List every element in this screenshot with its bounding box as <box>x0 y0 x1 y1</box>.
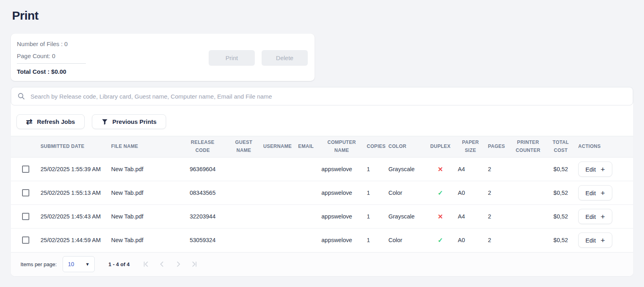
plus-icon: + <box>601 213 605 220</box>
jobs-panel: ⇄ Refresh Jobs Previous Prints <box>11 87 633 276</box>
print-jobs-table: SUBMITTED DATE FILE NAME RELEASE CODE GU… <box>11 136 633 252</box>
cell-copies: 1 <box>364 228 386 252</box>
table-row: 25/02/2025 1:55:39 AM New Tab.pdf 963696… <box>11 158 633 181</box>
cell-pages: 2 <box>486 181 510 205</box>
page-title: Print <box>12 9 633 22</box>
cell-paper-size: A0 <box>455 181 486 205</box>
row-checkbox[interactable] <box>22 213 29 220</box>
swap-arrows-icon: ⇄ <box>26 118 33 125</box>
header-duplex: DUPLEX <box>425 136 455 158</box>
cell-copies: 1 <box>364 205 386 228</box>
page-size-select[interactable]: 10 ▼ <box>63 256 95 272</box>
cell-release-code: 32203944 <box>179 205 227 228</box>
cell-copies: 1 <box>364 181 386 205</box>
plus-icon: + <box>601 236 605 244</box>
cell-username <box>261 181 293 205</box>
cell-release-code: 53059324 <box>179 228 227 252</box>
edit-label: Edit <box>585 237 596 244</box>
row-checkbox[interactable] <box>22 166 29 173</box>
plus-icon: + <box>601 189 605 197</box>
cell-guest-name <box>227 205 261 228</box>
row-checkbox[interactable] <box>22 189 29 196</box>
cell-color: Grayscale <box>386 205 425 228</box>
cell-username <box>261 228 293 252</box>
header-color: COLOR <box>386 136 425 158</box>
print-button[interactable]: Print <box>209 50 255 66</box>
cell-computer-name: appswelove <box>319 205 364 228</box>
number-of-files-label: Number of Files : 0 <box>17 40 315 47</box>
table-header-row: SUBMITTED DATE FILE NAME RELEASE CODE GU… <box>11 136 633 158</box>
header-actions: ACTIONS <box>576 136 633 158</box>
next-page-button[interactable] <box>173 259 183 269</box>
table-header: SUBMITTED DATE FILE NAME RELEASE CODE GU… <box>11 136 633 158</box>
cell-submitted-date: 25/02/2025 1:45:43 AM <box>38 205 109 228</box>
edit-button[interactable]: Edit + <box>578 209 612 224</box>
header-paper-size: PAPER SIZE <box>455 136 486 158</box>
cell-computer-name: appswelove <box>319 228 364 252</box>
chevron-left-icon <box>158 260 167 269</box>
cell-color: Color <box>386 181 425 205</box>
cell-pages: 2 <box>486 205 510 228</box>
cell-guest-name <box>227 158 261 181</box>
page-range-label: 1 - 4 of 4 <box>108 261 130 267</box>
table-row: 25/02/2025 1:44:59 AM New Tab.pdf 530593… <box>11 228 633 252</box>
cell-file-name: New Tab.pdf <box>109 181 179 205</box>
delete-button[interactable]: Delete <box>262 50 308 66</box>
edit-label: Edit <box>585 190 596 196</box>
total-cost-label: Total Cost : $0.00 <box>17 68 315 75</box>
cell-file-name: New Tab.pdf <box>109 228 179 252</box>
plus-icon: + <box>601 166 605 173</box>
page-size-value: 10 <box>68 261 74 267</box>
header-submitted-date: SUBMITTED DATE <box>38 136 109 158</box>
previous-page-button[interactable] <box>157 259 167 269</box>
toolbar: ⇄ Refresh Jobs Previous Prints <box>11 105 633 136</box>
duplex-cross-icon: ✕ <box>438 213 443 220</box>
cell-color: Color <box>386 228 425 252</box>
cell-total-cost: $0,52 <box>546 158 576 181</box>
cell-pages: 2 <box>486 228 510 252</box>
search-bar <box>11 87 633 105</box>
previous-prints-button[interactable]: Previous Prints <box>92 114 166 129</box>
search-input[interactable] <box>30 93 626 100</box>
cell-email <box>293 205 319 228</box>
chevron-right-icon <box>174 260 183 269</box>
cell-printer-counter <box>510 181 546 205</box>
cell-release-code: 96369604 <box>179 158 227 181</box>
edit-button[interactable]: Edit + <box>578 232 612 248</box>
cell-release-code: 08343565 <box>179 181 227 205</box>
cell-email <box>293 158 319 181</box>
cell-submitted-date: 25/02/2025 1:55:39 AM <box>38 158 109 181</box>
print-summary-card: Number of Files : 0 Page Count: 0 Total … <box>11 34 315 81</box>
page-count-label: Page Count: 0 <box>17 53 86 64</box>
cell-computer-name: appswelove <box>319 181 364 205</box>
edit-label: Edit <box>585 166 596 173</box>
print-page: Print Number of Files : 0 Page Count: 0 … <box>0 0 644 276</box>
header-pages: PAGES <box>486 136 510 158</box>
header-file-name: FILE NAME <box>109 136 179 158</box>
chevron-down-icon: ▼ <box>85 262 89 267</box>
cell-printer-counter <box>510 205 546 228</box>
cell-submitted-date: 25/02/2025 1:44:59 AM <box>38 228 109 252</box>
row-checkbox[interactable] <box>22 236 29 244</box>
header-copies: COPIES <box>364 136 386 158</box>
cell-submitted-date: 25/02/2025 1:55:13 AM <box>38 181 109 205</box>
edit-button[interactable]: Edit + <box>578 162 612 177</box>
refresh-jobs-button[interactable]: ⇄ Refresh Jobs <box>16 114 85 129</box>
cell-username <box>261 158 293 181</box>
cell-total-cost: $0,52 <box>546 205 576 228</box>
first-page-button[interactable] <box>141 259 151 269</box>
header-select <box>11 136 38 158</box>
header-printer-counter: PRINTER COUNTER <box>510 136 546 158</box>
cell-total-cost: $0,52 <box>546 181 576 205</box>
paginator-nav <box>141 259 199 269</box>
edit-label: Edit <box>585 213 596 220</box>
last-page-button[interactable] <box>189 259 199 269</box>
cell-email <box>293 181 319 205</box>
duplex-check-icon: ✓ <box>438 190 443 196</box>
edit-button[interactable]: Edit + <box>578 185 612 200</box>
cell-guest-name <box>227 228 261 252</box>
paginator: Items per page: 10 ▼ 1 - 4 of 4 <box>11 252 633 276</box>
header-total-cost: TOTAL COST <box>546 136 576 158</box>
cell-total-cost: $0,52 <box>546 228 576 252</box>
header-release-code: RELEASE CODE <box>179 136 227 158</box>
